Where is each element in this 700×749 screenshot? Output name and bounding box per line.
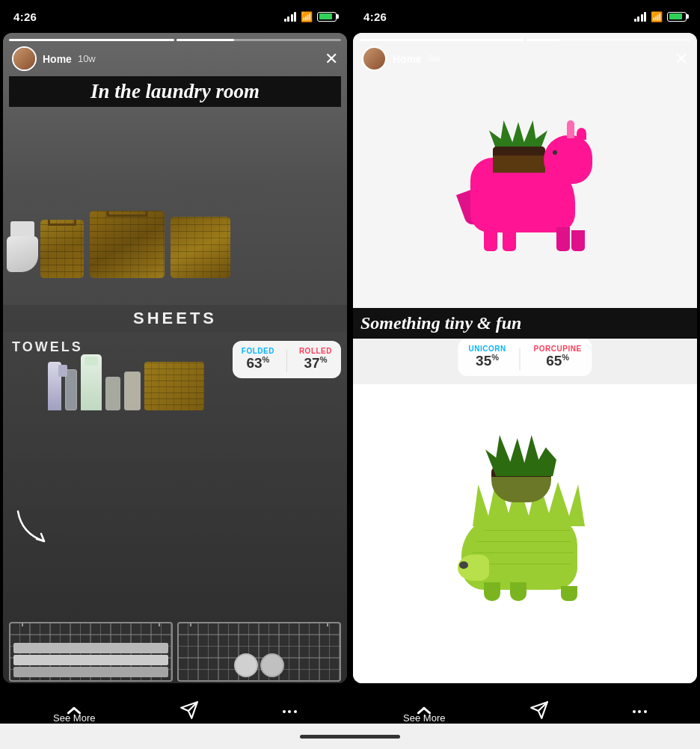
poll-option-rolled: ROLLED 37% bbox=[299, 347, 332, 372]
signal-icon-left bbox=[284, 11, 297, 22]
status-bar-right: 4:26 📶 bbox=[350, 0, 700, 33]
laundry-top-scene: In the laundry room bbox=[3, 33, 347, 332]
time-left: 4:26 bbox=[13, 10, 37, 23]
chevron-up-icon-right bbox=[415, 700, 433, 710]
see-more-left[interactable]: See More bbox=[53, 700, 95, 724]
story-left: Home 10w ✕ In the laundry room bbox=[3, 33, 347, 683]
time-right: 4:26 bbox=[363, 10, 387, 23]
story-user-right: Home bbox=[393, 53, 422, 65]
unicorn-planter-art bbox=[454, 120, 596, 266]
story-header-right: Home 9w ✕ bbox=[353, 46, 697, 71]
battery-icon-left bbox=[317, 12, 337, 22]
story-time-right: 9w bbox=[428, 53, 440, 64]
close-icon-left[interactable]: ✕ bbox=[325, 51, 338, 67]
story-time-left: 10w bbox=[78, 53, 96, 64]
story2-bottom-scene bbox=[353, 384, 697, 683]
towels-label: TOWELS bbox=[12, 339, 83, 355]
poll-option-porcupine: PORCUPINE 65% bbox=[534, 345, 582, 369]
basket-small bbox=[40, 220, 84, 278]
poll-divider-right bbox=[520, 348, 521, 370]
poll-widget-right[interactable]: UNICORN 35% PORCUPINE 65% bbox=[458, 339, 592, 376]
status-bar-left: 4:26 📶 bbox=[0, 0, 350, 33]
dots-icon-left bbox=[283, 710, 297, 713]
basket-medium bbox=[171, 217, 230, 278]
iron-item bbox=[7, 221, 38, 272]
chevron-up-icon-left bbox=[65, 700, 83, 710]
sheets-label: SHEETS bbox=[3, 305, 347, 332]
story-user-left: Home bbox=[43, 53, 72, 65]
wifi-icon-right: 📶 bbox=[651, 11, 663, 22]
dots-icon-right bbox=[633, 710, 647, 713]
progress-bar-left bbox=[9, 39, 341, 41]
more-button-left[interactable] bbox=[283, 710, 297, 713]
wifi-icon-left: 📶 bbox=[301, 11, 313, 22]
story-header-left: Home 10w ✕ bbox=[3, 46, 347, 71]
poll-widget-left[interactable]: FOLDED 63% ROLLED 37% bbox=[233, 341, 341, 378]
see-more-right[interactable]: See More bbox=[403, 700, 445, 724]
laundry-title-text: In the laundry room bbox=[90, 80, 260, 102]
poll-option-folded: FOLDED 63% bbox=[242, 347, 274, 372]
send-icon-right bbox=[529, 700, 549, 720]
hedgehog-planter-art bbox=[450, 470, 600, 597]
home-indicator bbox=[300, 735, 400, 739]
avatar-left bbox=[12, 46, 37, 71]
share-button-right[interactable] bbox=[529, 700, 549, 723]
battery-icon-right bbox=[667, 12, 687, 22]
poll-option-unicorn: UNICORN 35% bbox=[468, 345, 506, 369]
more-button-right[interactable] bbox=[633, 710, 647, 713]
close-icon-right[interactable]: ✕ bbox=[675, 51, 688, 67]
arrow-indicator bbox=[14, 508, 63, 552]
avatar-right bbox=[362, 46, 387, 71]
progress-bar-right bbox=[359, 39, 691, 41]
wire-baskets-area bbox=[3, 622, 347, 682]
signal-icon-right bbox=[634, 11, 647, 22]
share-button-left[interactable] bbox=[179, 700, 199, 723]
story2-title-text: Something tiny & fun bbox=[360, 313, 521, 333]
laundry-middle-scene: TOWELS bbox=[3, 332, 347, 683]
poll-divider bbox=[286, 350, 287, 372]
home-indicator-bar bbox=[0, 724, 700, 749]
laundry-title-banner: In the laundry room bbox=[9, 76, 341, 107]
story-right: Home 9w ✕ bbox=[353, 33, 697, 683]
story2-title-banner: Something tiny & fun bbox=[353, 308, 697, 339]
see-more-label-right[interactable]: See More bbox=[403, 712, 445, 724]
basket-large bbox=[90, 211, 165, 278]
see-more-label-left[interactable]: See More bbox=[53, 712, 95, 724]
send-icon-left bbox=[179, 700, 199, 720]
baskets-row bbox=[40, 211, 343, 278]
story2-top-scene: Something tiny & fun bbox=[353, 33, 697, 339]
